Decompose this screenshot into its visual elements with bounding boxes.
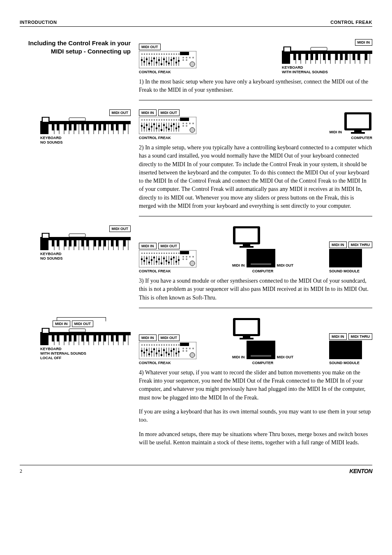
caption-control-freak: CONTROL FREAK	[139, 361, 171, 365]
diagram2-computer: MIDI IN COMPUTER	[330, 111, 373, 140]
caption-keyboard-internal-localoff: KEYBOARD WITH INTERNAL SOUNDS LOCAL OFF	[40, 347, 86, 360]
caption-computer: COMPUTER	[252, 269, 274, 274]
diagram4-keyboard: MIDI IN MIDI OUT KEYBOARD WITH INTERNAL …	[40, 317, 131, 360]
caption-control-freak: CONTROL FREAK	[139, 136, 171, 140]
keyboard-icon	[282, 46, 372, 64]
port-midi-out: MIDI OUT	[158, 243, 180, 249]
keyboard-icon	[40, 328, 131, 345]
port-midi-in-side: MIDI IN	[232, 263, 245, 267]
caption-control-freak: CONTROL FREAK	[139, 269, 171, 274]
control-freak-icon	[139, 117, 196, 134]
port-midi-in-side: MIDI IN	[232, 355, 245, 359]
control-freak-icon	[139, 342, 196, 359]
tower-icon	[247, 341, 275, 359]
port-midi-in: MIDI IN	[53, 320, 70, 327]
page-header: INTRODUCTION CONTROL FREAK	[20, 20, 372, 27]
diagram4-sound-module: MIDI IN MIDI THRU SOUND MODULE	[329, 333, 372, 365]
caption-control-freak: CONTROL FREAK	[139, 70, 171, 74]
diagram2-control-freak: MIDI IN MIDI OUT CONTROL FREAK	[139, 109, 196, 140]
p2-text: 2) In a simple setup, where you typicall…	[139, 144, 372, 210]
port-midi-in: MIDI IN	[139, 334, 157, 341]
sound-module-icon	[329, 341, 362, 359]
section-title: Including the Control Freak in your MIDI…	[20, 39, 131, 56]
port-midi-in: MIDI IN	[139, 109, 157, 116]
page-number: 2	[20, 468, 22, 474]
port-midi-in: MIDI IN	[329, 333, 347, 340]
header-left: INTRODUCTION	[20, 20, 57, 25]
diagram1-control-freak: MIDI OUT CONTROL FREAK	[139, 44, 196, 74]
diagram3-sound-module: MIDI IN MIDI THRU SOUND MODULE	[329, 242, 372, 274]
port-midi-thru: MIDI THRU	[348, 242, 373, 248]
port-midi-out: MIDI OUT	[72, 320, 94, 327]
header-right: CONTROL FREAK	[330, 20, 372, 25]
control-freak-icon	[139, 51, 196, 68]
p3-text: 3) If you have a sound module or other s…	[139, 277, 372, 302]
p4a-text: 4) Whatever your setup, if you want to r…	[139, 369, 372, 402]
port-midi-out-side: MIDI OUT	[277, 263, 294, 267]
monitor-icon	[232, 225, 261, 248]
port-midi-out: MIDI OUT	[158, 109, 180, 116]
sound-module-icon	[329, 249, 362, 267]
caption-sound-module: SOUND MODULE	[329, 269, 360, 274]
caption-computer: COMPUTER	[252, 361, 274, 365]
port-midi-out: MIDI OUT	[139, 44, 161, 50]
diagram2-keyboard: MIDI OUT KEYBOARD NO SOUNDS	[40, 109, 131, 145]
port-midi-out: MIDI OUT	[158, 334, 180, 341]
caption-sound-module: SOUND MODULE	[329, 361, 360, 365]
page-footer: 2 KENTON	[20, 465, 372, 474]
caption-keyboard-nosounds: KEYBOARD NO SOUNDS	[40, 252, 63, 261]
keyboard-icon	[40, 117, 131, 134]
diagram4-control-freak: MIDI IN MIDI OUT CONTROL FREAK	[139, 334, 196, 365]
p4b-text: If you are using a keyboard that has its…	[139, 408, 372, 425]
port-midi-out: MIDI OUT	[109, 225, 131, 232]
paragraph-4: 4) Whatever your setup, if you want to r…	[139, 369, 372, 447]
tower-icon	[247, 249, 275, 267]
keyboard-icon	[40, 233, 131, 250]
separator	[139, 216, 372, 216]
port-midi-out-side: MIDI OUT	[277, 355, 294, 359]
monitor-icon	[344, 111, 372, 134]
paragraph-2: 2) In a simple setup, where you typicall…	[139, 144, 372, 210]
diagram3-control-freak: MIDI IN MIDI OUT CONTROL FREAK	[139, 243, 196, 274]
diagram3-keyboard: MIDI OUT KEYBOARD NO SOUNDS	[40, 225, 131, 261]
control-freak-icon	[139, 250, 196, 267]
caption-keyboard-internal: KEYBOARD WITH INTERNAL SOUNDS	[282, 65, 328, 74]
caption-keyboard-nosounds: KEYBOARD NO SOUNDS	[40, 136, 63, 145]
monitor-icon	[232, 317, 261, 340]
diagram1-keyboard: MIDI IN KEYBOARD WITH INTERNAL SOUNDS	[282, 39, 372, 74]
port-midi-in-side: MIDI IN	[330, 130, 342, 134]
paragraph-1: 1) In the most basic setup where you hav…	[139, 78, 372, 95]
port-midi-out: MIDI OUT	[109, 109, 131, 116]
diagram4-computer: MIDI IN MIDI OUT COMPUTER	[232, 317, 293, 365]
port-midi-in: MIDI IN	[329, 242, 347, 248]
caption-computer: COMPUTER	[351, 136, 373, 140]
port-midi-in: MIDI IN	[139, 243, 157, 249]
p4c-text: In more advanced setups, there may be si…	[139, 430, 372, 447]
port-midi-thru: MIDI THRU	[348, 333, 373, 340]
separator	[139, 308, 372, 308]
p1-text: 1) In the most basic setup where you hav…	[139, 78, 372, 95]
diagram3-computer: MIDI IN MIDI OUT COMPUTER	[232, 225, 293, 274]
paragraph-3: 3) If you have a sound module or other s…	[139, 277, 372, 302]
port-midi-in: MIDI IN	[355, 39, 373, 46]
brand-logo: KENTON	[349, 468, 372, 474]
separator	[139, 100, 372, 100]
